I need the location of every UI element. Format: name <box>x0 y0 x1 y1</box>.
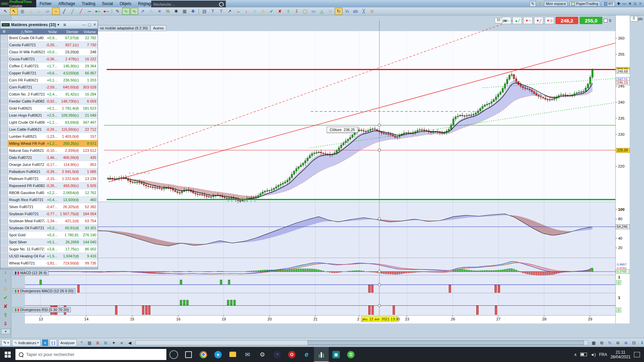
div-macd-indicator-label[interactable]: Divergences MACD (12 26 9 20) <box>13 288 75 294</box>
table-row[interactable]: Spot Gold+0,3...1 780,81276 190 <box>0 232 98 239</box>
trend-points-icon[interactable]: ⇗ <box>139 8 147 15</box>
taskbar-search-input[interactable]: Taper ici pour rechercher <box>15 349 166 360</box>
table-row[interactable]: Canola Full0721-0,35...837,1(c)7 730 <box>0 42 98 49</box>
pointer-icon[interactable]: ↖ <box>2 8 9 15</box>
table-row[interactable]: ULSD Heating Oil Full...+1,5...1,9347(d)… <box>0 253 98 260</box>
table-row[interactable]: Natural Gas Full0621-0,10...2,939(d)123 … <box>0 147 98 154</box>
brackets-icon[interactable]: [ ] <box>50 339 57 346</box>
col-dernier[interactable]: Dernier <box>57 30 78 34</box>
prorealtime-app-icon[interactable] <box>314 347 329 362</box>
window-minimize-icon[interactable]: — <box>622 1 626 6</box>
settings-wrench-icon[interactable]: ⚙ <box>0 29 8 34</box>
ruler-icon[interactable]: ▱ <box>44 8 51 15</box>
draw-journal-icon[interactable]: ✎ <box>530 1 536 7</box>
table-row[interactable]: Live Cattle Full0621-0,26...115,550(c)22… <box>0 126 98 133</box>
tools-icon[interactable]: ✱ <box>172 8 180 15</box>
watchlist-header[interactable]: ⚙ △ Nom %Var Dernier Volume <box>0 29 98 35</box>
table-row[interactable]: Corn FR Full0621+0,1...236,50(c)1 203 <box>0 77 98 84</box>
thumb-down-icon[interactable]: ⇩ <box>0 320 11 328</box>
strip-expand-icon[interactable]: ▾ <box>1 329 10 334</box>
ellipse-icon[interactable]: ◯ <box>301 8 309 15</box>
ie-icon[interactable]: e <box>211 347 225 362</box>
zigzag-down-icon[interactable]: ∿ <box>130 8 138 15</box>
mon-espace-button[interactable]: Mon espace <box>544 1 568 6</box>
warning-icon[interactable]: ⚠ <box>259 8 267 15</box>
share-button[interactable]: < <box>42 339 48 346</box>
language-indicator[interactable]: FRA <box>599 352 607 357</box>
div-rsi-indicator-label[interactable]: Divergences RSI (5 30 70 20) <box>13 307 71 312</box>
table-row[interactable]: Feeder Cattle Full0821-0,92...148,700(c)… <box>0 98 98 105</box>
wl-minimize-icon[interactable]: — <box>82 22 86 27</box>
taskview-icon[interactable] <box>181 347 196 362</box>
clipboard-icon[interactable]: ▤ <box>201 8 208 15</box>
detach-window-icon[interactable]: ⧉ <box>598 340 605 346</box>
menu-objets[interactable]: Objets <box>116 0 135 7</box>
table-row[interactable]: Lean Hogs Full0621+2,5...109,350(c)21 04… <box>0 112 98 119</box>
outer-close-icon[interactable]: ✕ <box>639 1 642 6</box>
wl-restore-icon[interactable]: ▢ <box>88 22 91 27</box>
opera-icon[interactable]: O <box>284 347 299 362</box>
warning-icon[interactable]: ⚠ <box>0 285 11 293</box>
ellipse-crossed-icon[interactable]: ⊘ <box>368 8 376 15</box>
start-button[interactable] <box>0 347 15 362</box>
cortana-icon[interactable] <box>166 347 181 362</box>
table-row[interactable]: Silver Full0721-0,47...26,325(d)52 382 <box>0 203 98 210</box>
wrench-candle-icon[interactable]: ✦ <box>110 340 117 346</box>
chrome-icon[interactable] <box>196 347 211 362</box>
triangle-icon[interactable]: △ <box>318 8 326 15</box>
collapse-left-icon[interactable]: « <box>118 340 125 346</box>
keepass-icon[interactable]: ⚿ <box>343 347 358 362</box>
table-row[interactable]: Cotton No. 2 Full0721+2,4...91,42(c)16 2… <box>0 91 98 98</box>
menu-fichier[interactable]: Fichier <box>36 0 55 7</box>
sell-price-button[interactable]: 248,2 <box>555 17 578 24</box>
time-scrollbar[interactable] <box>136 340 588 345</box>
table-row[interactable]: Palladium Full0621-0,39...2 941,0(d)1 08… <box>0 168 98 175</box>
papertrading-button[interactable]: PaperTrading <box>570 1 600 7</box>
arrow-down-icon[interactable]: ↓ <box>243 8 250 15</box>
scroll-left-icon[interactable]: ◀ <box>126 340 133 346</box>
watchlist-titlebar[interactable]: DEMO Matières premières (33) ▾ ≡ — ▢ ✕ <box>0 21 98 29</box>
zoom-page-icon[interactable]: ⊡ <box>631 340 637 346</box>
explorer-icon[interactable] <box>225 347 240 362</box>
arrow-up-icon[interactable]: ↑ <box>0 276 11 284</box>
indicateurs-button[interactable]: ∿ Indicateurs ▾ <box>12 339 41 346</box>
thumb-up-icon[interactable]: ⇧ <box>0 311 11 319</box>
settings-gear-icon[interactable]: ⚙ <box>255 347 270 362</box>
sell-stop-button[interactable]: ▼╱ <box>534 17 543 24</box>
pointer-lock-icon[interactable]: ↖ <box>10 8 18 15</box>
arrow-up-right-icon[interactable]: ↗ <box>226 8 233 15</box>
table-row[interactable]: Platinum Full0721-2,15...1 222,6(d)13 23… <box>0 175 98 182</box>
battery-icon[interactable] <box>580 353 587 356</box>
layout-grid-icon[interactable]: ▦ <box>590 340 597 346</box>
macd-indicator-label[interactable]: MACD (12 26 9) <box>13 270 49 276</box>
line-red-icon[interactable]: ╱ <box>77 8 85 15</box>
trash-icon[interactable]: ▦ <box>181 8 189 15</box>
stop-distance-input[interactable]: 10 <box>495 18 502 23</box>
table-row[interactable]: Light Crude Oil Full06...+1,1...63,69(d)… <box>0 119 98 126</box>
buy-stop-button[interactable]: ▲╱ <box>513 17 522 24</box>
arrow-right-icon[interactable]: → <box>234 8 242 15</box>
table-row[interactable]: Wheat Full0721-1,81...719,50(d)99 735 <box>0 260 98 267</box>
search-input[interactable]: Recherche ... <box>151 1 226 8</box>
sell-bracket-button[interactable]: ▼⊐ <box>545 17 554 24</box>
chevron-down-icon[interactable]: ▾ <box>57 22 59 27</box>
firefox-icon[interactable]: ◔ <box>270 347 284 362</box>
table-row[interactable]: Milling Wheat FR Full0...+1,2...250,25(c… <box>0 140 98 147</box>
thumb-down-icon[interactable]: ⇩ <box>293 8 301 15</box>
points-icon[interactable]: ⁙ <box>326 8 334 15</box>
points-numbered-icon[interactable]: ⅓ <box>343 8 351 15</box>
thumb-up-icon[interactable]: ⇧ <box>284 8 292 15</box>
magnet-icon[interactable]: ∩ <box>52 8 60 15</box>
orderbook-icon[interactable]: ≣ <box>94 340 101 346</box>
table-row[interactable]: RBOB Gasoline Full0...+2,2...2,0654(d)12… <box>0 189 98 196</box>
mail-icon[interactable]: ✉ <box>240 347 255 362</box>
segment-red-icon[interactable]: ●─ <box>102 8 110 15</box>
cross-icon[interactable]: ✘ <box>0 302 11 310</box>
check-icon[interactable]: ✔ <box>0 294 11 302</box>
notification-center-icon[interactable] <box>634 352 640 357</box>
menu-social[interactable]: Social <box>99 0 116 7</box>
rectangle-icon[interactable]: ▭ <box>310 8 317 15</box>
zoom-tool-icon[interactable]: ◎ <box>18 8 26 15</box>
table-row[interactable]: Gold Full0621+0,1...1 781,4(d)181 523 <box>0 105 98 112</box>
move-icon[interactable]: ✚ <box>189 8 197 15</box>
